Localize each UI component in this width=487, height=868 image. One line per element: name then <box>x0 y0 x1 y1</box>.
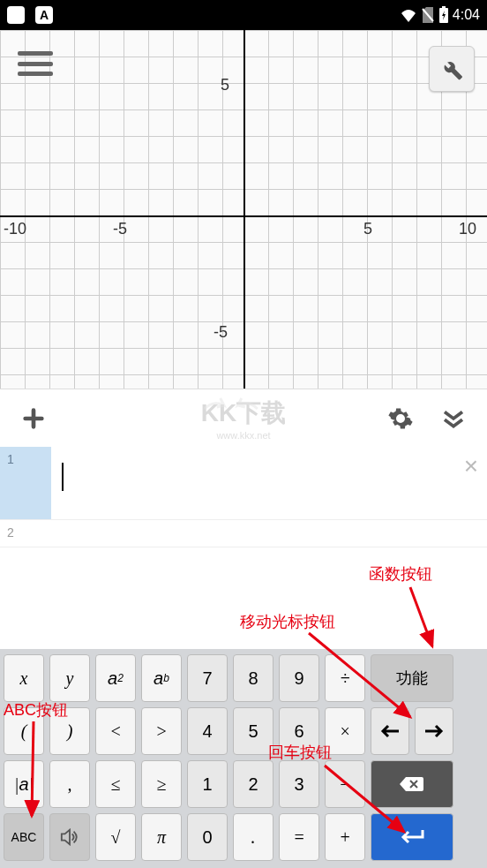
key-equals[interactable]: = <box>279 813 319 861</box>
key-sqrt[interactable]: √ <box>95 813 136 861</box>
battery-charging-icon <box>438 6 449 24</box>
no-sim-icon <box>421 7 435 23</box>
key-multiply[interactable]: × <box>325 707 365 755</box>
svg-rect-2 <box>442 6 446 8</box>
key-8[interactable]: 8 <box>233 654 273 702</box>
key-9[interactable]: 9 <box>279 654 319 702</box>
key-4[interactable]: 4 <box>187 707 228 755</box>
y-axis <box>244 30 245 389</box>
status-app-icon-2: A <box>35 6 53 24</box>
key-0[interactable]: 0 <box>187 813 228 861</box>
key-gt[interactable]: > <box>141 707 182 755</box>
keyboard-numpad: 7 8 9 ÷ 4 5 6 × 1 2 3 − 0 . = + <box>187 654 365 861</box>
x-tick-neg10: -10 <box>4 220 26 238</box>
chevron-down-icon <box>440 405 467 432</box>
settings-button[interactable] <box>383 401 418 436</box>
clear-input-button[interactable]: × <box>464 452 478 480</box>
key-7[interactable]: 7 <box>187 654 228 702</box>
collapse-button[interactable] <box>436 401 471 436</box>
tools-button[interactable] <box>429 46 475 92</box>
input-row-1[interactable]: 1 × <box>0 447 487 520</box>
key-enter[interactable] <box>371 813 453 861</box>
text-cursor <box>62 463 64 491</box>
annotation-function: 函数按钮 <box>369 563 432 585</box>
toolbar: KK下载 www.kkx.net <box>0 389 487 447</box>
expression-input[interactable] <box>51 520 487 547</box>
arrow-function <box>397 583 450 653</box>
speaker-icon <box>60 828 79 846</box>
row-number: 1 <box>0 447 51 519</box>
keyboard-left-section: x y a2 ab ( ) < > |a| , ≤ ≥ ABC √ π <box>4 654 182 861</box>
arrow-right-icon <box>423 724 445 738</box>
y-tick-5: 5 <box>221 76 229 94</box>
x-tick-10: 10 <box>459 220 476 238</box>
menu-button[interactable] <box>18 48 53 79</box>
key-divide[interactable]: ÷ <box>325 654 365 702</box>
status-bar: A 4:04 <box>0 0 487 30</box>
add-button[interactable] <box>16 401 51 436</box>
key-speak[interactable] <box>49 813 90 861</box>
key-6[interactable]: 6 <box>279 707 319 755</box>
arrow-left-icon <box>379 724 401 738</box>
key-square[interactable]: a2 <box>95 654 136 702</box>
status-right: 4:04 <box>400 6 480 24</box>
backspace-icon <box>399 775 425 793</box>
key-ge[interactable]: ≥ <box>141 760 182 808</box>
input-row-2[interactable]: 2 <box>0 520 487 547</box>
plus-icon <box>21 406 46 431</box>
key-lparen[interactable]: ( <box>4 707 44 755</box>
key-lt[interactable]: < <box>95 707 136 755</box>
key-rparen[interactable]: ) <box>49 707 90 755</box>
key-2[interactable]: 2 <box>233 760 273 808</box>
key-power[interactable]: ab <box>141 654 182 702</box>
annotation-cursor: 移动光标按钮 <box>240 611 335 632</box>
key-3[interactable]: 3 <box>279 760 319 808</box>
key-cursor-right[interactable] <box>415 707 453 755</box>
wrench-icon <box>439 57 464 81</box>
key-dot[interactable]: . <box>233 813 273 861</box>
key-comma[interactable]: , <box>49 760 90 808</box>
key-functions[interactable]: 功能 <box>371 654 453 702</box>
wifi-icon <box>400 8 417 22</box>
key-abc[interactable]: ABC <box>4 813 44 861</box>
key-5[interactable]: 5 <box>233 707 273 755</box>
key-pi[interactable]: π <box>141 813 182 861</box>
key-1[interactable]: 1 <box>187 760 228 808</box>
x-tick-5: 5 <box>363 220 372 238</box>
gear-icon <box>387 405 414 432</box>
x-axis <box>0 215 487 217</box>
x-tick-neg5: -5 <box>113 220 127 238</box>
input-area: 1 × 2 <box>0 447 487 547</box>
status-left: A <box>7 6 53 24</box>
undo-redo-icon <box>187 393 275 425</box>
keyboard-right-section: 功能 <box>371 654 453 861</box>
y-tick-neg5: -5 <box>214 323 228 342</box>
key-minus[interactable]: − <box>325 760 365 808</box>
graph-area[interactable]: -10 -5 5 10 5 -5 <box>0 30 487 389</box>
enter-icon <box>396 828 428 846</box>
key-x[interactable]: x <box>4 654 44 702</box>
status-app-icon-1 <box>7 6 25 24</box>
key-plus[interactable]: + <box>325 813 365 861</box>
status-time: 4:04 <box>453 7 480 23</box>
key-cursor-left[interactable] <box>371 707 409 755</box>
svg-line-3 <box>410 587 432 646</box>
watermark: KK下载 www.kkx.net <box>201 396 286 441</box>
expression-input[interactable]: × <box>51 447 487 519</box>
key-y[interactable]: y <box>49 654 90 702</box>
key-abs[interactable]: |a| <box>4 760 44 808</box>
key-le[interactable]: ≤ <box>95 760 136 808</box>
watermark-url: www.kkx.net <box>201 430 286 441</box>
key-backspace[interactable] <box>371 760 453 808</box>
keyboard: x y a2 ab ( ) < > |a| , ≤ ≥ ABC √ π 7 8 … <box>0 649 487 868</box>
row-number: 2 <box>0 520 51 547</box>
